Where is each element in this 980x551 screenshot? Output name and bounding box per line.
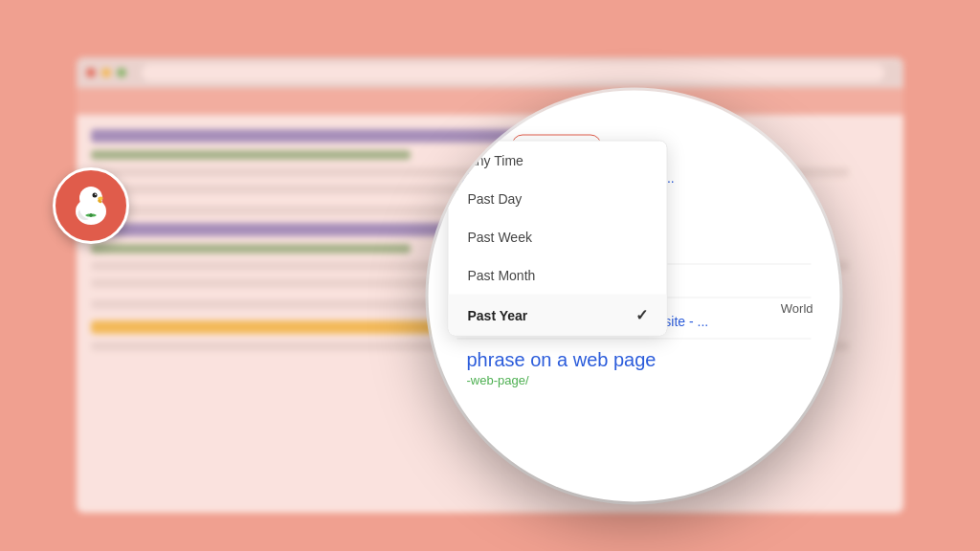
bg-max-dot [117,68,126,77]
svg-point-3 [95,193,97,195]
svg-point-2 [93,193,98,198]
bg-min-dot [101,68,111,77]
dropdown-item-past-day[interactable]: Past Day [449,180,667,218]
bg-url-bar [142,64,884,81]
ddg-logo-circle [53,167,129,244]
background: te ▼ Past Year ▼ S... 5 Ways to Find Inf… [0,0,980,551]
dropdown-item-any-time[interactable]: Any Time [449,142,667,180]
bg-line [91,244,411,253]
dropdown-item-label: Past Month [468,268,536,283]
svg-point-4 [89,213,93,217]
dropdown-item-past-week[interactable]: Past Week [449,218,667,256]
dropdown-item-label: Past Day [468,191,523,207]
safe-search-label: S... [774,137,791,150]
dropdown-item-label: Past Week [468,230,532,245]
dropdown-item-label: Past Year [468,307,528,322]
magnifier-circle: te ▼ Past Year ▼ S... 5 Ways to Find Inf… [429,91,840,502]
big-result-title: phrase on a web page [457,349,812,371]
magnifier-content: te ▼ Past Year ▼ S... 5 Ways to Find Inf… [429,91,840,502]
world-text: World [781,301,813,316]
selected-checkmark-icon: ✓ [635,306,648,324]
big-result-link: -web-page/ [457,373,812,387]
ddg-duck-svg [64,179,118,232]
dropdown-item-label: Any Time [468,153,523,168]
bg-close-dot [86,68,96,77]
time-filter-dropdown: Any Time Past Day Past Week Past Month P… [448,141,668,337]
bg-line [91,150,411,160]
dropdown-item-past-year[interactable]: Past Year ✓ [449,295,667,336]
bg-titlebar [77,57,903,88]
dropdown-item-past-month[interactable]: Past Month [449,256,667,295]
